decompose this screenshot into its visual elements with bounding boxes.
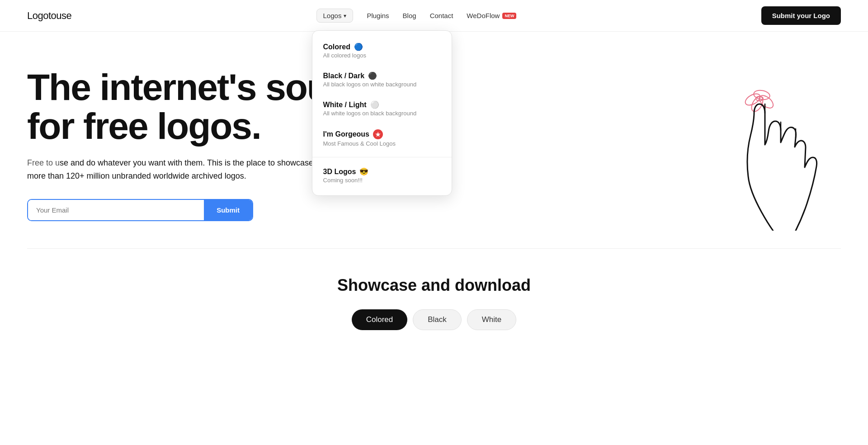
dropdown-white-title: White / Light ⚪ [323, 100, 441, 109]
dropdown-3d-title: 3D Logos 😎 [323, 167, 441, 176]
dropdown-divider [312, 157, 452, 157]
showcase-section: Showcase and download Colored Black Whit… [0, 249, 868, 348]
new-badge: NEW [502, 13, 516, 19]
wedoflow-nav-link[interactable]: WeDoFlow NEW [467, 12, 516, 19]
dropdown-black-sub: All black logos on white background [323, 81, 441, 88]
hero-subtext: Free to use and do whatever you want wit… [27, 156, 321, 183]
dropdown-colored[interactable]: Colored 🔵 All colored logos [312, 36, 452, 65]
dropdown-colored-sub: All colored logos [323, 52, 441, 59]
dropdown-gorgeous[interactable]: I'm Gorgeous ★ Most Famous & Cool Logos [312, 123, 452, 153]
hand-illustration [714, 59, 832, 231]
nav-links: Logos ▾ Colored 🔵 All colored logos Blac… [316, 9, 517, 23]
logo-part2: touse [48, 10, 71, 21]
logo-part1: Logo [27, 10, 48, 21]
logos-nav-link[interactable]: Logos ▾ [316, 9, 354, 23]
logos-nav-label: Logos [323, 12, 342, 19]
submit-logo-button[interactable]: Submit your Logo [761, 6, 841, 25]
dropdown-gorgeous-sub: Most Famous & Cool Logos [323, 140, 441, 147]
navbar: Logotouse Logos ▾ Colored 🔵 All colored … [0, 0, 868, 32]
logos-dropdown-menu: Colored 🔵 All colored logos Black / Dark… [312, 30, 452, 196]
dropdown-colored-title: Colored 🔵 [323, 43, 441, 51]
blog-nav-link[interactable]: Blog [403, 12, 416, 19]
plugins-nav-link[interactable]: Plugins [367, 12, 389, 19]
email-form: Submit [27, 199, 253, 221]
dropdown-white-sub: All white logos on black background [323, 110, 441, 117]
logos-nav-item[interactable]: Logos ▾ Colored 🔵 All colored logos Blac… [316, 9, 354, 23]
contact-nav-link[interactable]: Contact [430, 12, 453, 19]
showcase-title: Showcase and download [27, 276, 841, 295]
filter-tab-colored[interactable]: Colored [352, 309, 408, 330]
email-input[interactable] [28, 200, 204, 220]
dropdown-gorgeous-title: I'm Gorgeous ★ [323, 129, 441, 139]
filter-tab-black[interactable]: Black [413, 309, 462, 330]
site-logo[interactable]: Logotouse [27, 10, 71, 22]
wedoflow-label: WeDoFlow [467, 12, 500, 19]
dropdown-3d[interactable]: 3D Logos 😎 Coming soon!!! [312, 161, 452, 190]
dropdown-white[interactable]: White / Light ⚪ All white logos on black… [312, 94, 452, 123]
dropdown-black[interactable]: Black / Dark ⚫ All black logos on white … [312, 65, 452, 94]
hero-heading-line2: for free logos. [27, 105, 261, 147]
flower-decoration [743, 89, 775, 114]
filter-tab-white[interactable]: White [467, 309, 516, 330]
dropdown-black-title: Black / Dark ⚫ [323, 71, 441, 80]
dropdown-3d-sub: Coming soon!!! [323, 177, 441, 184]
chevron-down-icon: ▾ [344, 13, 346, 19]
email-submit-button[interactable]: Submit [204, 200, 252, 220]
filter-tabs: Colored Black White [27, 309, 841, 330]
